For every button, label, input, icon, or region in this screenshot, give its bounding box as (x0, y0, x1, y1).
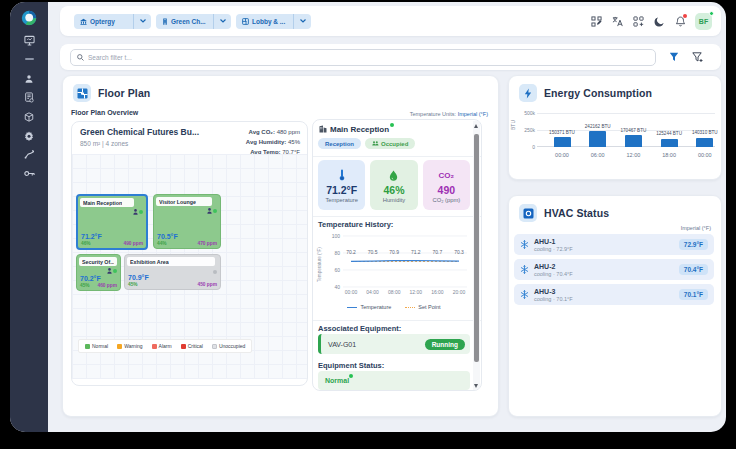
search-input[interactable] (88, 54, 649, 61)
svg-text:71.2: 71.2 (411, 249, 421, 255)
floor-selector[interactable]: Lobby & ... (236, 14, 311, 29)
building-selector-label[interactable]: Green Ch... (156, 14, 213, 29)
ahu-temp-badge: 70.4°F (679, 264, 708, 275)
stat-humidity: Avg Humidity: 45% (246, 137, 300, 147)
building-selector[interactable]: Green Ch... (156, 14, 231, 29)
svg-text:04:00: 04:00 (366, 289, 379, 295)
svg-text:70.5: 70.5 (368, 249, 378, 255)
energy-x-tick: 12:00 (627, 152, 641, 158)
apps-add-icon[interactable] (632, 15, 644, 27)
energy-x-tick: 06:00 (591, 152, 605, 158)
brand-logo[interactable] (21, 10, 37, 26)
humidity-value: 46% (383, 184, 404, 196)
temperature-units: Temperature Units: Imperial (°F) (410, 111, 488, 117)
building-name: Green Chemical Futures Bu... (80, 127, 199, 137)
zone-status-dot (139, 210, 143, 214)
search-box[interactable] (70, 49, 656, 66)
search-panel (60, 44, 721, 70)
scrollbar (473, 121, 480, 391)
scroll-up-arrow[interactable] (474, 124, 478, 128)
energy-x-tick: 00:00 (555, 152, 569, 158)
overview-label: Floor Plan Overview (71, 109, 138, 116)
hvac-row-ahu-2[interactable]: AHU-2 cooling · 70.4°F 70.4°F (514, 259, 714, 280)
building-selector-chevron[interactable] (214, 14, 231, 29)
ahu-mode: cooling · 72.9°F (534, 246, 573, 252)
occupancy-icon (372, 141, 379, 146)
floor-plan-canvas: Main Reception 71.2°F 46% 490 ppm Visito… (72, 154, 307, 379)
svg-text:70.7: 70.7 (433, 249, 443, 255)
snowflake-icon (520, 290, 529, 299)
org-selector[interactable]: Optergy (74, 14, 151, 29)
brand-logo-icon (21, 10, 37, 26)
energy-x-tick: 18:00 (662, 152, 676, 158)
dashboard-icon[interactable] (20, 35, 38, 46)
equipment-status-value: Normal (325, 377, 349, 384)
reports-icon[interactable] (20, 92, 38, 103)
settings-icon[interactable] (20, 130, 38, 141)
svg-text:20:00: 20:00 (453, 289, 466, 295)
zone-exhibition-area[interactable]: Exhibition Area 70.9°F 45% 450 ppm (124, 254, 221, 290)
detail-tags: Reception Occupied (318, 138, 415, 149)
floor-icon (242, 18, 249, 25)
detail-title: Main Reception (330, 125, 389, 134)
zone-visitor-lounge[interactable]: Visitor Lounge 70.5°F 44% 470 ppm (153, 194, 221, 249)
assets-icon[interactable] (20, 111, 38, 122)
filter-add-icon[interactable] (692, 52, 703, 62)
hvac-row-ahu-1[interactable]: AHU-1 cooling · 72.9°F 72.9°F (514, 234, 714, 255)
org-selector-label[interactable]: Optergy (74, 14, 133, 29)
svg-text:60: 60 (334, 267, 340, 273)
floor-plan-header: Floor Plan (73, 84, 150, 102)
svg-text:70.2: 70.2 (346, 249, 356, 255)
zone-temp: 70.5°F (157, 233, 178, 240)
occupant-icon (207, 208, 212, 214)
key-icon[interactable] (20, 168, 38, 179)
floor-selector-label[interactable]: Lobby & ... (236, 14, 293, 29)
scroll-thumb[interactable] (474, 134, 479, 362)
users-icon[interactable] (20, 73, 38, 84)
building-meta: 850 m² | 4 zones (80, 140, 128, 147)
translate-icon[interactable] (611, 15, 623, 27)
qr-edit-icon[interactable] (590, 15, 602, 27)
hvac-title: HVAC Status (544, 207, 609, 219)
app-window: Optergy Green Ch... Lobby & ... (10, 2, 726, 432)
legend-alarm: Alarm (152, 343, 172, 349)
co2-label: CO₂ (ppm) (432, 197, 460, 203)
co2-tile: CO₂ 490 CO₂ (ppm) (423, 160, 470, 210)
zone-humidity: 45% (128, 282, 138, 287)
equipment-status-row: Normal (318, 371, 470, 390)
energy-header: Energy Consumption (519, 84, 652, 102)
occupant-icon (133, 209, 138, 215)
filter-active-icon[interactable] (669, 52, 679, 62)
building-card: Green Chemical Futures Bu... 850 m² | 4 … (71, 121, 308, 386)
zone-label: Visitor Lounge (156, 197, 212, 206)
legend-unoccupied: Unoccupied (212, 343, 245, 349)
more-icon[interactable] (20, 54, 38, 65)
chart-legend: Temperature Set Point (318, 304, 470, 310)
equipment-row[interactable]: VAV-G01 Running (318, 334, 470, 354)
tag-reception: Reception (318, 138, 361, 149)
zone-security-office[interactable]: Security Of... 70.2°F 45% 460 ppm (76, 254, 121, 291)
connections-icon[interactable] (20, 149, 38, 160)
avatar[interactable]: BF (695, 13, 712, 30)
notifications-icon[interactable] (674, 15, 686, 27)
scroll-down-arrow[interactable] (474, 384, 478, 388)
svg-text:12:00: 12:00 (410, 289, 423, 295)
dark-mode-icon[interactable] (653, 15, 665, 27)
building-stats: Avg CO₂: 480 ppm Avg Humidity: 45% Avg T… (246, 127, 300, 157)
temperature-history-chart: 10080604070.270.570.971.270.770.300:0004… (315, 230, 471, 302)
hvac-card: HVAC Status Imperial (°F) AHU-1 cooling … (508, 195, 722, 417)
history-label: Temperature History: (318, 220, 393, 229)
energy-bar-chart: 150371 BTU242162 BTU170467 BTU125244 BTU… (537, 109, 715, 147)
temperature-tile: 71.2°F Temperature (318, 160, 365, 210)
zone-label: Main Reception (80, 198, 134, 207)
hvac-row-ahu-3[interactable]: AHU-3 cooling · 70.1°F 70.1°F (514, 284, 714, 305)
energy-icon (519, 84, 537, 102)
org-selector-chevron[interactable] (134, 14, 151, 29)
energy-bar-label: 150371 BTU (549, 130, 575, 135)
zone-presence (207, 208, 217, 214)
divider (313, 156, 481, 157)
zone-main-reception[interactable]: Main Reception 71.2°F 46% 490 ppm (76, 194, 148, 250)
floor-selector-chevron[interactable] (294, 14, 311, 29)
legend-normal: Normal (85, 343, 108, 349)
hvac-units: Imperial (°F) (681, 225, 711, 231)
